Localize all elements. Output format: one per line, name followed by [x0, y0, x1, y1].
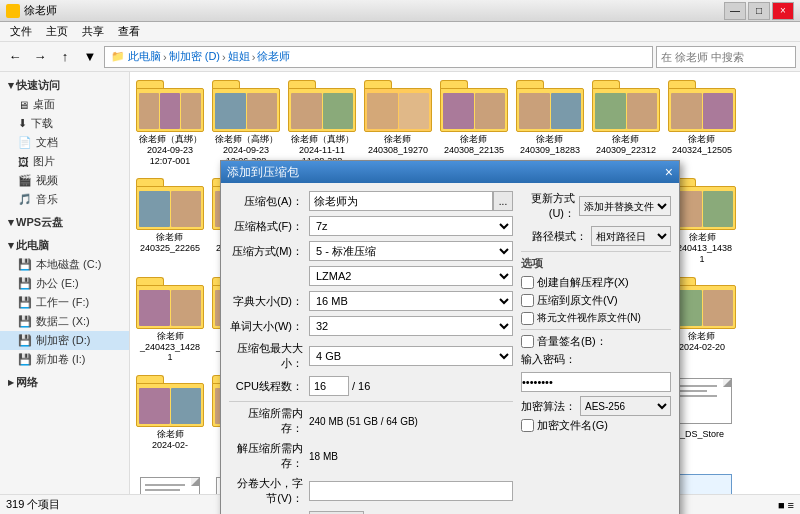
- list-item[interactable]: 徐老师（高绑）2024-09-2312:06-388: [210, 76, 282, 170]
- menu-bar: 文件 主页 共享 查看: [0, 22, 800, 42]
- dialog-close-button[interactable]: ×: [665, 164, 673, 180]
- address-bar[interactable]: 📁 此电脑 › 制加密 (D) › 姐姐 › 徐老师: [104, 46, 653, 68]
- sidebar-quickaccess-header[interactable]: ▾ 快速访问: [0, 76, 129, 95]
- compress-original-label: 压缩到原文件(V): [537, 293, 618, 308]
- dialog-title-text: 添加到压缩包: [227, 164, 299, 181]
- folder-icon: 📁: [111, 50, 125, 63]
- sidebar: ▾ 快速访问 🖥桌面 ⬇下载 📄文档 🖼图片 🎬视频 🎵音乐: [0, 72, 130, 494]
- archive-name-label: 压缩包(A)：: [229, 194, 309, 209]
- path-jiejie[interactable]: 姐姐: [228, 49, 250, 64]
- encrypt-filename-label: 加密文件名(G): [537, 418, 608, 433]
- list-item[interactable]: 徐老师240324_12505: [666, 76, 738, 170]
- path-pc[interactable]: 此电脑: [128, 49, 161, 64]
- cpu-of: / 16: [352, 380, 370, 392]
- wordsize-label: 单词大小(W)：: [229, 319, 309, 334]
- sidebar-item-i[interactable]: 💾新加卷 (I:): [0, 350, 129, 369]
- path-label: 路径模式：: [521, 229, 591, 244]
- sidebar-item-desktop[interactable]: 🖥桌面: [0, 95, 129, 114]
- sidebar-network-header[interactable]: ▸ 网络: [0, 373, 129, 392]
- sidebar-item-pictures[interactable]: 🖼图片: [0, 152, 129, 171]
- sidebar-item-download[interactable]: ⬇下载: [0, 114, 129, 133]
- sidebar-item-videos[interactable]: 🎬视频: [0, 171, 129, 190]
- path-current[interactable]: 徐老师: [257, 49, 290, 64]
- minimize-button[interactable]: —: [724, 2, 746, 20]
- list-item[interactable]: 【徐王近期下载内容.xlsx】: [134, 470, 206, 494]
- cpu-label: CPU线程数：: [229, 379, 309, 394]
- format-label: 压缩格式(F)：: [229, 219, 309, 234]
- extra-memory-label: 解压缩所需内存：: [229, 441, 309, 471]
- search-input[interactable]: [656, 46, 796, 68]
- compression-select[interactable]: 5 - 标准压缩: [309, 241, 513, 261]
- sidebar-item-f[interactable]: 💾工作一 (F:): [0, 293, 129, 312]
- sound-sign-label: 音量签名(B)：: [537, 334, 607, 349]
- toolbar: ← → ↑ ▼ 📁 此电脑 › 制加密 (D) › 姐姐 › 徐老师: [0, 42, 800, 72]
- browse-button[interactable]: ...: [493, 191, 513, 211]
- wordsize-select[interactable]: 32: [309, 316, 513, 336]
- dict-label: 字典大小(D)：: [229, 294, 309, 309]
- list-item[interactable]: 徐老师240325_22265: [134, 174, 206, 268]
- menu-home[interactable]: 主页: [40, 22, 74, 41]
- maxsize-select[interactable]: 4 GB: [309, 346, 513, 366]
- password-input[interactable]: [521, 372, 671, 392]
- view-mode-icons[interactable]: ■ ≡: [778, 499, 794, 511]
- sidebar-item-d[interactable]: 💾制加密 (D:): [0, 331, 129, 350]
- list-item[interactable]: 徐老师_240423_14281: [134, 273, 206, 367]
- method-select[interactable]: LZMA2: [309, 266, 513, 286]
- split-label: 分卷大小，字节(V)：: [229, 476, 309, 506]
- menu-share[interactable]: 共享: [76, 22, 110, 41]
- encrypt-method-select[interactable]: AES-256: [580, 396, 671, 416]
- self-extract-label: 创建自解压程序(X): [537, 275, 629, 290]
- recent-button[interactable]: ▼: [79, 46, 101, 68]
- path-d[interactable]: 制加密 (D): [169, 49, 220, 64]
- compression-label: 压缩方式(M)：: [229, 244, 309, 259]
- memory-label: 压缩所需内存：: [229, 406, 309, 436]
- sidebar-item-c[interactable]: 💾本地磁盘 (C:): [0, 255, 129, 274]
- update-label: 更新方式(U)：: [521, 191, 579, 221]
- close-button[interactable]: ×: [772, 2, 794, 20]
- options-title: 选项: [521, 256, 671, 271]
- list-item[interactable]: 徐老师240309_18283: [514, 76, 586, 170]
- input-label: 输入密码：: [521, 352, 576, 367]
- encrypt-method-label: 加密算法：: [521, 399, 576, 414]
- archive-name-input[interactable]: [309, 191, 493, 211]
- sidebar-item-music[interactable]: 🎵音乐: [0, 190, 129, 209]
- sidebar-item-e[interactable]: 💾办公 (E:): [0, 274, 129, 293]
- sidebar-wps-header[interactable]: ▾ WPS云盘: [0, 213, 129, 232]
- list-item[interactable]: 徐老师2024-02-: [134, 371, 206, 465]
- dialog-title-bar: 添加到压缩包 ×: [221, 161, 679, 183]
- self-extract-checkbox[interactable]: [521, 276, 534, 289]
- maximize-button[interactable]: □: [748, 2, 770, 20]
- update-select[interactable]: 添加并替换文件: [579, 196, 671, 216]
- list-item[interactable]: 徐老师（真绑）2024-11-1111:08-388: [286, 76, 358, 170]
- list-item[interactable]: 徐老师（真绑）2024-09-2312:07-001: [134, 76, 206, 170]
- encrypt-filename-checkbox[interactable]: [521, 419, 534, 432]
- menu-file[interactable]: 文件: [4, 22, 38, 41]
- dict-select[interactable]: 16 MB: [309, 291, 513, 311]
- sidebar-item-docs[interactable]: 📄文档: [0, 133, 129, 152]
- app-icon: [6, 4, 20, 18]
- window-title: 徐老师: [24, 3, 57, 18]
- maxsize-label: 压缩包最大大小：: [229, 341, 309, 371]
- meta-as-orig-label: 将元文件视作原文件(N): [537, 311, 641, 325]
- split-input[interactable]: [309, 481, 513, 501]
- list-item[interactable]: 徐老师240309_22312: [590, 76, 662, 170]
- extra-memory-value: 18 MB: [309, 451, 338, 462]
- path-select[interactable]: 相对路径日: [591, 226, 671, 246]
- menu-view[interactable]: 查看: [112, 22, 146, 41]
- meta-as-orig-checkbox[interactable]: [521, 312, 534, 325]
- format-select[interactable]: 7zziprar: [309, 216, 513, 236]
- sidebar-item-x[interactable]: 💾数据二 (X:): [0, 312, 129, 331]
- cpu-input[interactable]: [309, 376, 349, 396]
- list-item[interactable]: 徐老师240308_19270: [362, 76, 434, 170]
- sound-sign-checkbox[interactable]: [521, 335, 534, 348]
- back-button[interactable]: ←: [4, 46, 26, 68]
- memory-value: 240 MB (51 GB / 64 GB): [309, 416, 418, 427]
- title-bar: 徐老师 — □ ×: [0, 0, 800, 22]
- forward-button[interactable]: →: [29, 46, 51, 68]
- list-item[interactable]: 徐老师240308_22135: [438, 76, 510, 170]
- compress-dialog[interactable]: 添加到压缩包 × 压缩包(A)： ... 压缩格式(F)： 7zziprar 压: [220, 160, 680, 514]
- compress-original-checkbox[interactable]: [521, 294, 534, 307]
- up-button[interactable]: ↑: [54, 46, 76, 68]
- sidebar-thispc-header[interactable]: ▾ 此电脑: [0, 236, 129, 255]
